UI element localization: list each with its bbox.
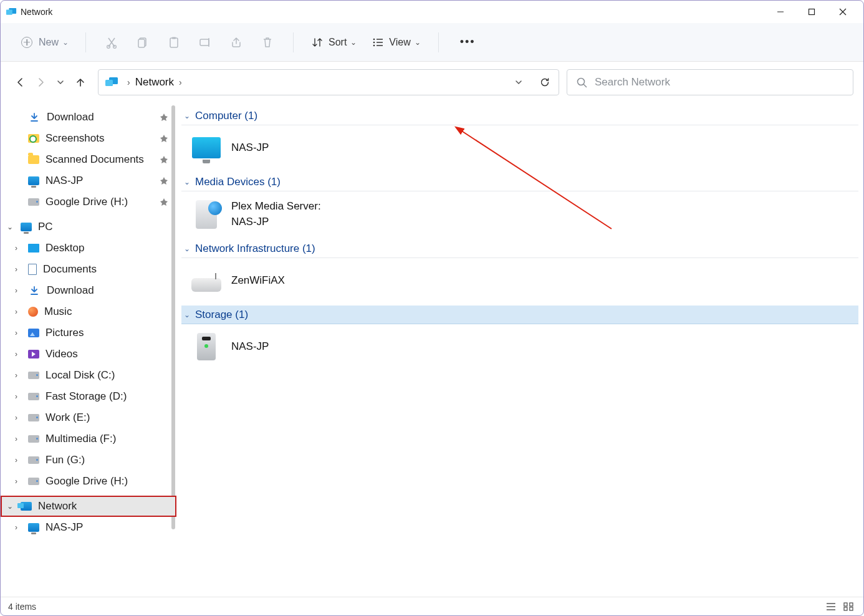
tree-item[interactable]: ›Multimedia (F:) bbox=[1, 428, 176, 450]
chevron-down-icon[interactable]: ⌄ bbox=[6, 223, 14, 231]
paste-icon[interactable] bbox=[167, 36, 181, 49]
group-title: Storage (1) bbox=[195, 309, 248, 321]
sort-button[interactable]: Sort ⌄ bbox=[311, 36, 357, 49]
history-dropdown-button[interactable] bbox=[511, 78, 526, 87]
tree-label: PC bbox=[38, 221, 53, 233]
chevron-down-icon[interactable]: ⌄ bbox=[6, 502, 14, 511]
details-view-button[interactable] bbox=[823, 600, 838, 613]
tree-label: Music bbox=[44, 306, 72, 318]
tree-label: Google Drive (H:) bbox=[46, 196, 128, 208]
navigation-pane[interactable]: DownloadScreenshotsScanned DocumentsNAS-… bbox=[1, 103, 176, 597]
pin-icon bbox=[160, 113, 168, 121]
tree-item[interactable]: ›Videos bbox=[1, 344, 176, 365]
tree-item[interactable]: ›Music bbox=[1, 301, 176, 322]
chevron-right-icon: › bbox=[127, 77, 130, 87]
refresh-button[interactable] bbox=[537, 77, 552, 88]
chevron-right-icon[interactable]: › bbox=[12, 477, 21, 486]
pin-icon bbox=[160, 135, 168, 142]
tree-label: Scanned Documents bbox=[46, 153, 144, 166]
chevron-down-icon: ⌄ bbox=[184, 244, 190, 253]
up-button[interactable] bbox=[70, 72, 90, 92]
tree-item[interactable]: Scanned Documents bbox=[1, 149, 176, 170]
tree-item[interactable]: ›Documents bbox=[1, 259, 176, 280]
tree-label: Network bbox=[38, 500, 77, 513]
network-item[interactable]: ZenWiFiAX bbox=[181, 261, 858, 306]
cut-icon[interactable] bbox=[105, 36, 118, 49]
plus-circle-icon bbox=[21, 37, 32, 48]
more-button[interactable]: ••• bbox=[460, 36, 476, 49]
chevron-down-icon: ⌄ bbox=[184, 112, 190, 120]
search-input[interactable] bbox=[595, 76, 844, 89]
tree-item[interactable]: ›Fast Storage (D:) bbox=[1, 386, 176, 407]
view-button[interactable]: View ⌄ bbox=[372, 36, 420, 49]
tree-item[interactable]: Download bbox=[1, 107, 176, 128]
tree-item-pc[interactable]: ⌄ PC bbox=[1, 216, 176, 238]
svg-rect-28 bbox=[844, 603, 847, 606]
chevron-down-icon: ⌄ bbox=[184, 310, 190, 319]
tree-item[interactable]: ›Fun (G:) bbox=[1, 450, 176, 471]
item-label: ZenWiFiAX bbox=[231, 273, 285, 289]
shot-icon bbox=[28, 134, 39, 143]
copy-icon[interactable] bbox=[136, 36, 150, 49]
pin-icon bbox=[160, 198, 168, 206]
network-item[interactable]: Plex Media Server:NAS-JP bbox=[181, 194, 858, 239]
rename-icon[interactable] bbox=[198, 36, 212, 49]
tree-item[interactable]: ›Pictures bbox=[1, 322, 176, 344]
back-button[interactable] bbox=[11, 72, 31, 92]
tree-item-network[interactable]: ⌄ Network bbox=[1, 496, 176, 517]
chevron-right-icon[interactable]: › bbox=[12, 413, 21, 422]
breadcrumb-network[interactable]: Network bbox=[135, 76, 174, 89]
tree-item[interactable]: ›NAS-JP bbox=[1, 517, 176, 538]
tree-item[interactable]: ›Local Disk (C:) bbox=[1, 365, 176, 386]
tree-label: Google Drive (H:) bbox=[46, 475, 128, 488]
drive-icon bbox=[28, 198, 39, 206]
tree-item[interactable]: ›Desktop bbox=[1, 238, 176, 259]
share-icon[interactable] bbox=[229, 36, 243, 49]
group-header-media[interactable]: ⌄Media Devices (1) bbox=[181, 173, 858, 191]
chevron-right-icon[interactable]: › bbox=[12, 265, 21, 274]
group-header-storage[interactable]: ⌄Storage (1) bbox=[181, 306, 858, 324]
chevron-right-icon[interactable]: › bbox=[12, 307, 21, 316]
big-tower-icon bbox=[197, 333, 216, 360]
monitor-icon bbox=[28, 523, 39, 532]
chevron-right-icon[interactable]: › bbox=[12, 392, 21, 401]
chevron-right-icon[interactable]: › bbox=[12, 244, 21, 253]
tree-item[interactable]: Screenshots bbox=[1, 128, 176, 149]
recent-button[interactable] bbox=[50, 72, 70, 92]
music-icon bbox=[28, 307, 38, 317]
delete-icon[interactable] bbox=[261, 36, 274, 49]
pin-icon bbox=[160, 156, 168, 163]
chevron-right-icon[interactable]: › bbox=[12, 456, 21, 464]
tree-label: Screenshots bbox=[46, 132, 105, 145]
chevron-right-icon: › bbox=[179, 77, 182, 87]
chevron-right-icon[interactable]: › bbox=[12, 371, 21, 380]
chevron-right-icon[interactable]: › bbox=[12, 350, 21, 359]
chevron-right-icon[interactable]: › bbox=[12, 329, 21, 337]
chevron-right-icon[interactable]: › bbox=[12, 435, 21, 443]
network-item[interactable]: NAS-JP bbox=[181, 128, 858, 173]
tree-item[interactable]: Google Drive (H:) bbox=[1, 191, 176, 213]
group-header-computer[interactable]: ⌄Computer (1) bbox=[181, 107, 858, 125]
forward-button[interactable] bbox=[31, 72, 50, 92]
new-button[interactable]: New ⌄ bbox=[14, 31, 75, 54]
group-header-infra[interactable]: ⌄Network Infrastructure (1) bbox=[181, 239, 858, 258]
search-box[interactable] bbox=[567, 69, 853, 95]
tiles-view-button[interactable] bbox=[841, 600, 856, 613]
tree-label: Multimedia (F:) bbox=[46, 433, 116, 445]
tree-item[interactable]: ›Work (E:) bbox=[1, 407, 176, 428]
tree-label: Local Disk (C:) bbox=[46, 369, 115, 382]
chevron-down-icon: ⌄ bbox=[350, 38, 357, 47]
tree-item[interactable]: ›Google Drive (H:) bbox=[1, 471, 176, 492]
tree-label: Videos bbox=[46, 348, 78, 360]
network-item[interactable]: NAS-JP bbox=[181, 327, 858, 372]
chevron-right-icon[interactable]: › bbox=[12, 523, 21, 532]
chevron-right-icon[interactable]: › bbox=[12, 286, 21, 295]
minimize-button[interactable] bbox=[765, 1, 796, 23]
items-view[interactable]: ⌄Computer (1)NAS-JP⌄Media Devices (1)Ple… bbox=[176, 103, 863, 597]
close-button[interactable] bbox=[827, 1, 858, 23]
separator bbox=[438, 32, 439, 52]
address-bar[interactable]: › Network › bbox=[98, 69, 559, 95]
maximize-button[interactable] bbox=[796, 1, 827, 23]
tree-item[interactable]: NAS-JP bbox=[1, 170, 176, 191]
tree-item[interactable]: ›Download bbox=[1, 280, 176, 301]
